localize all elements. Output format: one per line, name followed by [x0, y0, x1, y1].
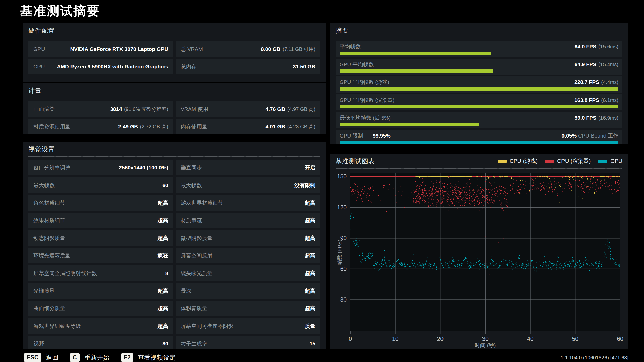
setting-row-label: 效果材质细节 [33, 217, 65, 224]
legend-swatch [545, 160, 554, 163]
summary-row-frametime: (6.1ms) [601, 97, 618, 103]
setting-row-label: 角色材质细节 [33, 199, 65, 206]
setting-row-label: 镜头眩光质量 [181, 270, 213, 277]
setting-row: 微型阴影质量超高 [176, 230, 321, 246]
metric-row-label: 材质资源使用量 [33, 123, 70, 130]
gpu-bound-label: GPU 限制 [340, 132, 363, 139]
hardware-config-panel: 硬件配置 GPUNVIDIA GeForce RTX 3070 Laptop G… [23, 23, 326, 82]
setting-row-label: 屏幕空间反射 [181, 252, 213, 259]
summary-row-label: GPU 平均帧数 (渲染器) [340, 97, 394, 104]
setting-row-label: 游戏世界细致度等级 [33, 323, 81, 330]
setting-row-label: 视野 [33, 340, 44, 347]
hardware-rows: GPUNVIDIA GeForce RTX 3070 Laptop GPU总 V… [28, 41, 320, 74]
setting-row-value: 80 [162, 341, 168, 347]
x-tick-label: 20 [433, 336, 448, 342]
hardware-row-value: 8.00 GB [261, 46, 280, 52]
setting-row: 游戏世界细致度等级超高 [28, 318, 173, 334]
setting-row: 光栅质量超高 [28, 283, 173, 299]
setting-row-value: 644x362 (100.0%) [119, 165, 168, 171]
hardware-row-value: AMD Ryzen 9 5900HX with Radeon Graphics [57, 64, 168, 70]
setting-row-value: 开启 [305, 164, 315, 171]
hardware-row-label: 总 VRAM [181, 46, 203, 53]
summary-panel-title: 摘要 [336, 26, 349, 35]
summary-fps-bar [340, 87, 618, 90]
summary-row-value: 59.0 FPS [575, 115, 597, 121]
hardware-row: 总 VRAM8.00 GB(7.11 GB 可用) [176, 41, 321, 57]
setting-row-label: 材质串流 [181, 217, 202, 224]
setting-row-label: 曲面细分质量 [33, 305, 65, 312]
action-label: 重新开始 [84, 353, 109, 362]
summary-row-value-wrap: 59.0 FPS(16.9ms) [575, 115, 618, 121]
action-hint-f2[interactable]: F2查看视频设定 [121, 353, 176, 362]
summary-row: 最低平均帧数 (后 5%)59.0 FPS(16.9ms) [336, 112, 622, 128]
panel-divider [28, 38, 320, 38]
setting-row-value: 疯狂 [158, 252, 168, 259]
action-hint-c[interactable]: C重新开始 [70, 353, 109, 362]
metric-row-value-note: (4.23 GB 高) [287, 124, 315, 129]
metric-row: 材质资源使用量2.49 GB(2.72 GB 高) [28, 119, 173, 134]
x-tick-label: 40 [523, 336, 538, 342]
legend-label: CPU (渲染器) [557, 157, 591, 165]
legend-label: GPU [610, 158, 622, 164]
hardware-panel-title: 硬件配置 [28, 26, 55, 35]
gpu-bound-gpu-pct: 99.95% [373, 133, 390, 139]
x-tick-label: 60 [613, 336, 628, 342]
metric-row: VRAM 使用4.76 GB(4.97 GB 高) [176, 101, 321, 117]
chart-legend: CPU (游戏)CPU (渲染器)GPU [498, 157, 622, 165]
gpu-bound-cpu-label: CPU-Bound 工作 [578, 132, 618, 139]
setting-row-value: 超高 [305, 217, 315, 224]
summary-row-value: 64.9 FPS [575, 61, 597, 67]
chart-panel-title: 基准测试图表 [336, 157, 375, 165]
summary-row-value-wrap: 228.7 FPS(4.4ms) [574, 79, 618, 85]
metric-rows: 画面渲染3814(91.6% 完整分辨率)VRAM 使用4.76 GB(4.97… [28, 101, 320, 134]
metric-row-value-wrap: 4.76 GB(4.97 GB 高) [266, 106, 315, 113]
summary-row-value-wrap: 64.0 FPS(15.6ms) [575, 43, 618, 50]
summary-row-label: 平均帧数 [340, 43, 361, 50]
summary-row: GPU 平均帧数64.9 FPS(15.4ms) [336, 59, 622, 75]
hardware-row-value-wrap: 8.00 GB(7.11 GB 可用) [261, 46, 315, 53]
summary-fps-bar [340, 69, 493, 73]
setting-row: 粒子生成率15 [176, 336, 321, 349]
panel-divider [28, 156, 320, 157]
setting-row: 体积雾质量超高 [176, 301, 321, 316]
summary-row-frametime: (15.4ms) [598, 62, 618, 67]
setting-row-value: 超高 [305, 287, 315, 294]
summary-row-frametime: (16.9ms) [598, 115, 618, 121]
panel-divider [336, 38, 622, 38]
legend-item: CPU (游戏) [498, 157, 538, 165]
hardware-row-value: NVIDIA GeForce RTX 3070 Laptop GPU [70, 46, 168, 52]
setting-row: 效果材质细节超高 [28, 213, 173, 228]
hardware-row-label: CPU [33, 64, 45, 70]
hardware-row-label: GPU [33, 46, 45, 52]
setting-row-label: 游戏世界材质细节 [181, 199, 223, 206]
build-version: 1.1.104.0 (10601826) [471.68] [561, 355, 628, 361]
gpu-bound-cpu-pct: 0.05% [562, 133, 577, 139]
metric-row-label: 画面渲染 [33, 106, 55, 113]
summary-row-label: GPU 平均帧数 (游戏) [340, 79, 389, 86]
setting-row: 游戏世界材质细节超高 [176, 195, 321, 211]
metric-row-value-note: (2.72 GB 高) [140, 124, 168, 129]
x-tick-label: 50 [568, 336, 583, 342]
hardware-row-label: 总内存 [181, 63, 197, 70]
summary-row-value: 228.7 FPS [574, 79, 599, 85]
summary-fps-bar [340, 105, 618, 108]
action-hint-esc[interactable]: ESC返回 [24, 353, 58, 362]
visual-settings-panel: 视觉设置 窗口分辨率调整2560x1440 (100.0%)垂直同步开启最大帧数… [23, 142, 326, 349]
setting-row-value: 超高 [305, 270, 315, 277]
y-tick-label: 30 [330, 296, 347, 303]
setting-row-label: 最大帧数 [181, 182, 202, 189]
setting-row-label: 光栅质量 [33, 287, 55, 294]
setting-row-value: 超高 [158, 305, 168, 312]
setting-row-value: 15 [310, 341, 315, 347]
setting-row: 视野80 [28, 336, 173, 349]
setting-row-value: 超高 [158, 235, 168, 242]
summary-row-value: 64.0 FPS [575, 43, 597, 49]
x-tick-label: 0 [343, 336, 358, 342]
y-tick-label: 120 [330, 204, 347, 211]
summary-row-label: GPU 平均帧数 [340, 61, 374, 68]
legend-item: CPU (渲染器) [545, 157, 591, 165]
setting-row: 材质串流超高 [176, 213, 321, 228]
benchmark-chart-panel: 基准测试图表 CPU (游戏)CPU (渲染器)GPU 306090120150… [330, 154, 628, 349]
setting-row-label: 景深 [181, 287, 191, 294]
setting-row-value: 超高 [305, 235, 315, 242]
